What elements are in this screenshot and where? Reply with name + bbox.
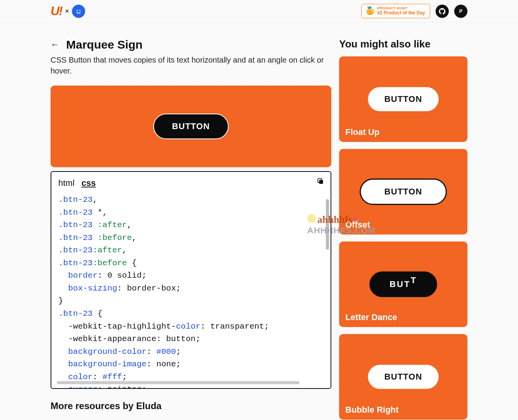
- related-card[interactable]: BUTTONFloat Up: [339, 56, 467, 142]
- demo-preview: BUTTON: [51, 86, 331, 167]
- card-label: Offset: [345, 220, 370, 230]
- card-button[interactable]: BUTTON: [368, 365, 438, 389]
- svg-rect-4: [319, 180, 323, 184]
- card-label: Bubble Right: [345, 405, 399, 415]
- sidebar-title: You might also like: [339, 38, 467, 50]
- code-panel: html css .btn-23, .btn-23 *, .btn-23 :af…: [51, 171, 331, 389]
- more-resources-heading: More resources by Eluda: [51, 401, 331, 411]
- ph-sub: #2 Product of the Day: [377, 10, 425, 16]
- demo-button[interactable]: BUTTON: [153, 114, 228, 139]
- github-icon[interactable]: [436, 5, 449, 18]
- product-p-icon[interactable]: P: [454, 5, 467, 18]
- logo-group[interactable]: U! ×: [51, 4, 85, 18]
- smiley-icon: [72, 5, 85, 18]
- main-column: ← Marquee Sign CSS Button that moves cop…: [51, 38, 331, 420]
- svg-point-0: [75, 7, 82, 15]
- copy-icon[interactable]: [317, 177, 324, 187]
- top-right-group: PRODUCT HUNT #2 Product of the Day P: [361, 4, 467, 18]
- tab-html[interactable]: html: [58, 178, 75, 188]
- page-title: Marquee Sign: [66, 38, 143, 51]
- tab-css[interactable]: css: [82, 178, 96, 188]
- card-button[interactable]: BUTTON: [360, 178, 446, 205]
- logo-multiply-icon: ×: [65, 8, 69, 15]
- card-button[interactable]: BUTT: [369, 271, 438, 297]
- card-button[interactable]: BUTTON: [368, 87, 438, 111]
- svg-text:P: P: [459, 9, 462, 14]
- related-card[interactable]: BUTTONBubble Right: [339, 334, 467, 420]
- vertical-scrollbar[interactable]: [326, 199, 329, 250]
- code-block[interactable]: .btn-23, .btn-23 *, .btn-23 :after, .btn…: [58, 194, 324, 389]
- svg-point-1: [77, 10, 78, 11]
- related-card[interactable]: BUTTLetter Dance: [339, 242, 467, 327]
- card-label: Letter Dance: [345, 312, 397, 322]
- related-card[interactable]: BUTTONOffset: [339, 149, 467, 234]
- medal-icon: [366, 7, 374, 15]
- back-arrow-icon[interactable]: ←: [51, 40, 59, 50]
- top-bar: U! × PRODUCT HUNT #2 Product of the Day …: [0, 0, 518, 23]
- sidebar: You might also like BUTTONFloat UpBUTTON…: [339, 38, 467, 420]
- page-description: CSS Button that moves copies of its text…: [51, 54, 331, 76]
- product-hunt-badge[interactable]: PRODUCT HUNT #2 Product of the Day: [361, 4, 430, 18]
- horizontal-scrollbar[interactable]: [57, 381, 299, 384]
- card-label: Float Up: [345, 127, 380, 137]
- logo-u-icon: U!: [51, 4, 62, 18]
